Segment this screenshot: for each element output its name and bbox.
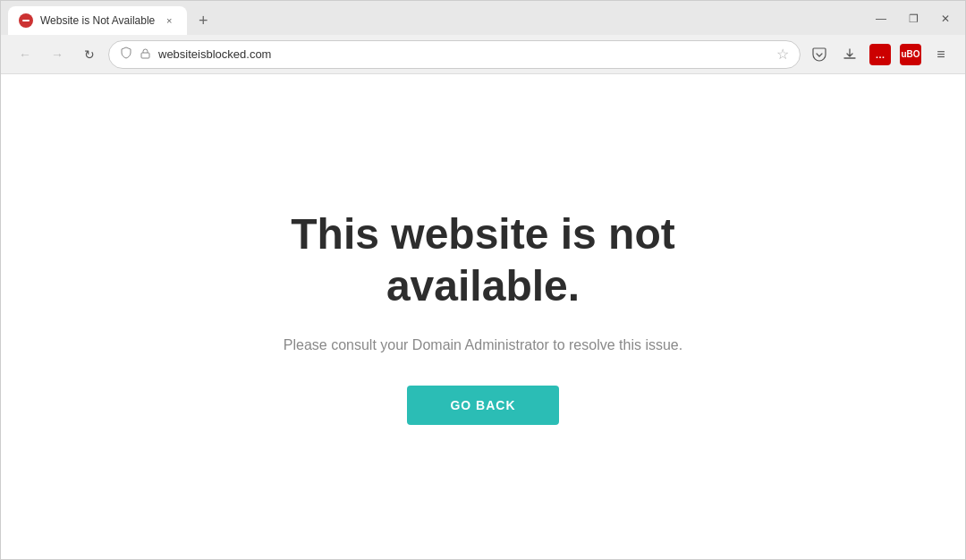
maximize-button[interactable]: ❐ [901,6,926,31]
browser-tab[interactable]: Website is Not Available × [8,6,187,35]
page-heading: This website is not available. [215,208,751,311]
ublock-button[interactable]: uBO [897,41,924,68]
svg-rect-0 [141,53,149,58]
pocket-button[interactable] [806,41,833,68]
tab-title: Website is Not Available [40,14,155,27]
menu-button[interactable]: ≡ [928,41,954,68]
window-controls: — ❐ ✕ [869,6,958,31]
nav-bar: ← → ↻ ☆ [1,35,965,74]
go-back-button[interactable]: GO BACK [407,386,558,425]
close-button[interactable]: ✕ [933,6,958,31]
bookmark-star-icon[interactable]: ☆ [776,46,789,63]
tab-favicon-icon [19,13,33,28]
lock-icon [140,47,151,62]
back-button[interactable]: ← [12,41,38,68]
reload-button[interactable]: ↻ [76,41,103,68]
page-subtext: Please consult your Domain Administrator… [284,337,682,353]
download-button[interactable] [836,41,863,68]
minimize-button[interactable]: — [869,6,894,31]
title-bar: Website is Not Available × + — ❐ ✕ [1,1,965,35]
new-tab-button[interactable]: + [191,8,216,33]
browser-window: Website is Not Available × + — ❐ ✕ ← → ↻ [0,0,966,560]
page-content: This website is not available. Please co… [1,74,965,559]
shield-icon [120,47,132,62]
nav-right-actions: … uBO ≡ [806,41,954,68]
address-input[interactable] [158,47,769,61]
address-bar-container[interactable]: ☆ [108,40,801,69]
tab-close-button[interactable]: × [162,13,176,28]
extensions-button[interactable]: … [867,41,894,68]
forward-button[interactable]: → [44,41,71,68]
